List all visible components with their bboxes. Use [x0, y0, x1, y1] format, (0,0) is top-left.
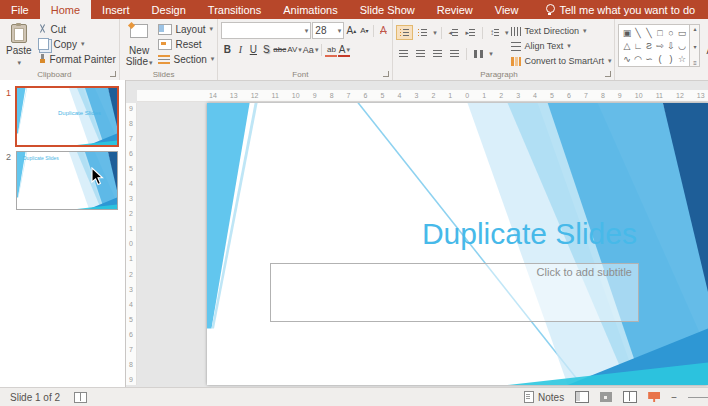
shape-glyph-r2-5[interactable]: ◡ — [676, 39, 687, 52]
clipboard-group: Paste ▾ Cut Copy ▾ Format Painter Clipbo… — [0, 19, 120, 80]
numbering-button[interactable] — [415, 26, 430, 39]
section-button[interactable]: Section ▾ — [158, 52, 214, 66]
shape-glyph-r1-0[interactable]: ▣ — [621, 26, 632, 39]
shrink-font-button[interactable]: A▾ — [358, 24, 370, 38]
slide-sorter-view-button[interactable] — [600, 392, 612, 402]
v-ruler-number-2: 7 — [129, 135, 133, 142]
text-direction-button[interactable]: Text Direction ▾ — [511, 24, 611, 38]
shape-glyph-r2-4[interactable]: ⇩ — [665, 39, 676, 52]
shape-glyph-r3-1[interactable]: ◠ — [632, 52, 643, 65]
tab-file[interactable]: File — [0, 0, 40, 19]
shapes-gallery[interactable]: ▣╲╲□○▭ △∟Ƨ⇨⇩◡ ∿◠∽()☆ — [618, 24, 690, 67]
vertical-ruler[interactable]: 9876543210123456789 — [126, 103, 137, 385]
shapes-more-icon[interactable]: ≡ — [693, 60, 697, 66]
decrease-indent-button[interactable]: ◂ — [446, 26, 461, 39]
line-spacing-button[interactable]: ↕ — [487, 26, 502, 39]
subtitle-placeholder[interactable]: Click to add subtitle — [270, 263, 639, 322]
reset-button[interactable]: Reset — [158, 37, 214, 51]
character-spacing-button[interactable]: AV▾ — [287, 43, 302, 57]
copy-button[interactable]: Copy ▾ — [38, 37, 116, 51]
tab-review[interactable]: Review — [426, 0, 484, 19]
tab-insert[interactable]: Insert — [91, 0, 141, 19]
format-painter-button[interactable]: Format Painter — [38, 52, 116, 66]
shape-glyph-r1-5[interactable]: ▭ — [676, 26, 687, 39]
clipboard-dialog-launcher-icon[interactable] — [110, 71, 116, 77]
font-size-dropdown-arrow[interactable]: ▾ — [338, 27, 342, 35]
tab-design[interactable]: Design — [141, 0, 197, 19]
numbering-arrow[interactable]: ▾ — [433, 29, 437, 37]
underline-button[interactable]: U — [247, 43, 259, 57]
shape-glyph-r2-2[interactable]: Ƨ — [643, 39, 654, 52]
thumbnail-slide-1[interactable]: Duplicate Slides — [17, 88, 117, 145]
convert-smartart-button[interactable]: Convert to SmartArt ▾ — [511, 54, 611, 68]
align-center-button[interactable] — [413, 47, 428, 60]
tab-transitions[interactable]: Transitions — [197, 0, 272, 19]
new-slide-label: New — [129, 45, 149, 56]
shape-glyph-r2-3[interactable]: ⇨ — [654, 39, 665, 52]
grow-font-button[interactable]: A▴ — [345, 24, 357, 38]
shape-glyph-r3-2[interactable]: ∽ — [643, 52, 654, 65]
tab-slide-show[interactable]: Slide Show — [349, 0, 426, 19]
slide-show-button[interactable] — [648, 392, 660, 402]
copy-dropdown-arrow[interactable]: ▾ — [81, 40, 85, 48]
tell-me-box[interactable]: Tell me what you want to do — [545, 0, 695, 19]
columns-button[interactable] — [471, 47, 486, 60]
font-color-arrow[interactable]: ▾ — [346, 46, 350, 54]
thumbnail-1-title: Duplicate Slides — [58, 110, 101, 116]
paragraph-dialog-launcher-icon[interactable] — [605, 71, 611, 77]
paste-dropdown-arrow[interactable]: ▾ — [18, 59, 22, 66]
italic-button[interactable]: I — [234, 43, 246, 57]
align-left-button[interactable] — [396, 47, 411, 60]
font-dialog-launcher-icon[interactable] — [383, 71, 389, 77]
shape-glyph-r3-0[interactable]: ∿ — [621, 52, 632, 65]
font-size-combo[interactable]: 28 ▾ — [312, 22, 344, 39]
paste-button[interactable]: Paste ▾ — [3, 22, 35, 70]
arrange-button[interactable]: Arrange ▾ — [703, 22, 708, 70]
shape-glyph-r3-4[interactable]: ) — [665, 52, 676, 65]
change-case-button[interactable]: Aa▾ — [303, 43, 319, 57]
new-slide-button[interactable]: New Slide▾ — [123, 22, 156, 70]
font-name-dropdown-arrow[interactable]: ▾ — [305, 27, 309, 35]
line-spacing-arrow[interactable]: ▾ — [505, 29, 509, 37]
proofing-icon[interactable] — [74, 392, 87, 403]
columns-arrow[interactable]: ▾ — [489, 50, 493, 58]
strikethrough-button[interactable]: abc — [273, 43, 286, 57]
align-right-button[interactable] — [430, 47, 445, 60]
shape-glyph-r3-3[interactable]: ( — [654, 52, 665, 65]
new-slide-dropdown-arrow[interactable]: ▾ — [149, 59, 153, 66]
shape-glyph-r1-3[interactable]: □ — [654, 26, 665, 39]
shape-glyph-r1-2[interactable]: ╲ — [643, 26, 654, 39]
font-color-button[interactable]: A▾ — [338, 43, 350, 57]
tab-animations[interactable]: Animations — [272, 0, 348, 19]
zoom-slider[interactable] — [688, 397, 708, 398]
shape-glyph-r1-1[interactable]: ╲ — [632, 26, 643, 39]
clear-formatting-button[interactable]: A — [377, 24, 389, 38]
increase-indent-button[interactable]: ▸ — [463, 26, 478, 39]
justify-button[interactable] — [447, 47, 462, 60]
tab-home[interactable]: Home — [40, 0, 91, 19]
tab-view[interactable]: View — [484, 0, 530, 19]
character-spacing-arrow: ▾ — [298, 46, 302, 54]
shape-glyph-r1-4[interactable]: ○ — [665, 26, 676, 39]
thumbnail-2-title: Duplicate Slides — [23, 155, 59, 161]
text-highlight-color-button[interactable]: ab — [325, 43, 337, 57]
horizontal-ruler[interactable]: 1413121110987654321012345678910111213 — [137, 90, 708, 102]
shape-glyph-r3-5[interactable]: ☆ — [676, 52, 687, 65]
shapes-scroll-down-icon[interactable]: ▾ — [693, 43, 696, 50]
reading-view-button[interactable] — [623, 391, 637, 403]
slide-canvas[interactable]: Duplicate Slides Click to add subtitle — [207, 103, 708, 385]
font-name-combo[interactable]: ▾ — [221, 22, 311, 39]
slide-title-text[interactable]: Duplicate Slides — [422, 217, 637, 251]
bold-button[interactable]: B — [221, 43, 233, 57]
layout-button[interactable]: Layout ▾ — [158, 22, 214, 36]
text-shadow-button[interactable]: S — [260, 43, 272, 57]
zoom-out-button[interactable]: − — [671, 392, 677, 403]
shape-glyph-r2-0[interactable]: △ — [621, 39, 632, 52]
normal-view-button[interactable] — [575, 391, 589, 403]
cut-button[interactable]: Cut — [38, 22, 116, 36]
shapes-scroll-up-icon[interactable]: ▴ — [693, 25, 696, 32]
align-text-button[interactable]: Align Text ▾ — [511, 39, 611, 53]
bullets-button[interactable] — [396, 25, 413, 40]
shape-glyph-r2-1[interactable]: ∟ — [632, 39, 643, 52]
notes-button[interactable]: Notes — [524, 391, 564, 403]
